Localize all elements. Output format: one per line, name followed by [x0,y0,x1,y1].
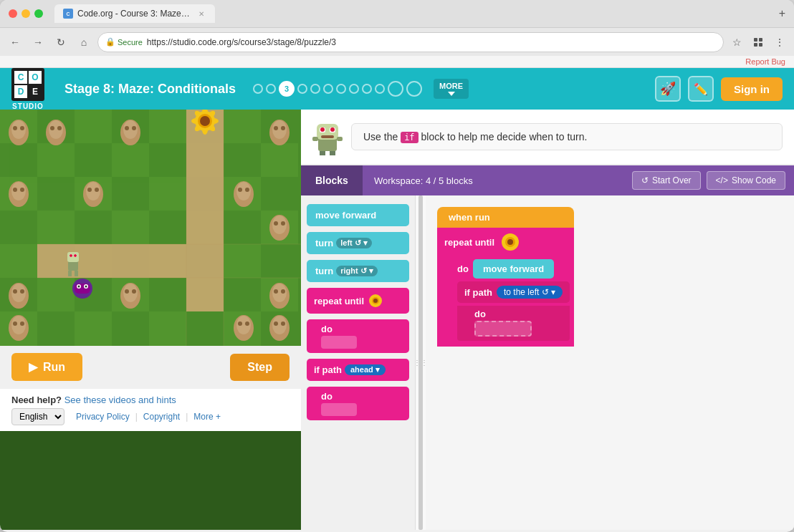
svg-rect-36 [186,143,224,177]
dot-9[interactable] [362,84,372,94]
svg-rect-69 [75,271,78,276]
dot-1[interactable] [253,84,263,94]
left-dropdown[interactable]: left ↺ ▾ [336,238,372,248]
dot-10[interactable] [375,84,385,94]
dot-5[interactable] [310,84,320,94]
lock-icon: 🔒 [105,37,115,47]
sunflower-icon [368,294,383,308]
path-direction-dropdown[interactable]: to the left ↺ ▾ [497,286,563,299]
svg-rect-142 [330,151,335,155]
forward-button[interactable]: → [29,33,47,52]
svg-rect-44 [186,278,224,311]
new-tab-button[interactable]: + [779,7,785,20]
svg-rect-139 [312,137,318,141]
svg-point-111 [20,289,24,294]
turn-right-block[interactable]: turn right ↺ ▾ [307,260,409,282]
svg-point-99 [95,188,99,192]
more-chevron-icon [448,92,455,96]
separator-2: | [186,412,188,422]
dot-11[interactable] [388,81,403,97]
do-block: do [307,319,409,353]
more-button[interactable]: MORE [434,79,469,99]
svg-point-114 [125,289,129,294]
show-code-button[interactable]: </> Show Code [707,171,785,190]
ahead-dropdown[interactable]: ahead ▾ [345,364,386,375]
svg-rect-2 [754,38,757,42]
inner-do-slot[interactable] [474,321,532,337]
maximize-button[interactable] [34,9,43,18]
svg-point-98 [87,188,92,192]
browser-tab[interactable]: C Code.org - Course 3: Maze: C... ✕ [54,4,215,23]
minimize-button[interactable] [21,9,30,18]
privacy-policy-link[interactable]: Privacy Policy [76,412,130,422]
help-text: See these videos and hints [64,395,176,405]
if-path-workspace: if path to the left ↺ ▾ [457,281,570,303]
address-bar[interactable]: 🔒 Secure https://studio.code.org/s/cours… [97,32,724,52]
home-button[interactable]: ⌂ [75,33,93,52]
move-forward-block[interactable]: move forward [307,204,409,226]
dot-6[interactable] [323,84,333,94]
right-dropdown[interactable]: right ↺ ▾ [336,266,378,276]
svg-point-130 [238,321,242,326]
refresh-button[interactable]: ↻ [52,33,70,52]
close-button[interactable] [9,9,17,18]
instruction-text: Use the if block to help me decide when … [351,123,783,150]
dot-8[interactable] [349,84,359,94]
tab-favicon: C [63,9,73,19]
app-header: C O D E STUDIO Stage 8: Maze: Conditiona… [0,68,794,110]
bookmark-button[interactable]: ☆ [728,34,745,51]
do-slot[interactable] [321,336,357,349]
if-path-block[interactable]: if path ahead ▾ [307,359,409,381]
signin-button[interactable]: Sign in [721,77,783,101]
edit-button[interactable]: ✏️ [688,76,714,102]
language-selector[interactable]: English [11,408,64,425]
more-label: MORE [439,82,463,90]
step-button[interactable]: Step [230,354,290,381]
svg-point-79 [20,126,24,130]
start-over-button[interactable]: ↺ Start Over [632,171,701,190]
move-forward-workspace: move forward [473,259,554,279]
dot-4[interactable] [297,84,307,94]
svg-point-78 [13,126,17,130]
svg-point-86 [125,126,129,130]
tab-close-button[interactable]: ✕ [196,9,206,19]
dot-12[interactable] [406,81,422,97]
if-do-slot[interactable] [321,403,357,416]
dot-7[interactable] [336,84,346,94]
svg-point-137 [330,127,335,132]
repeat-until-block[interactable]: repeat until [307,288,409,314]
svg-rect-37 [186,177,224,211]
report-bug-link[interactable]: Report Bug [745,57,785,66]
dot-3-current[interactable]: 3 [279,81,295,97]
more-footer-link[interactable]: More + [193,412,221,422]
stage-title: Stage 8: Maze: Conditionals [64,82,236,97]
back-button[interactable]: ← [6,33,24,52]
extensions-button[interactable] [750,34,767,51]
copyright-link[interactable]: Copyright [143,412,180,422]
repeat-sunflower-icon [500,232,520,252]
instruction-after: block to help me decide when to turn. [421,131,587,142]
workspace-bar: Blocks Workspace: 4 / 5 blocks ↺ Start O… [301,165,794,195]
svg-rect-63 [67,252,79,262]
svg-rect-141 [320,151,325,155]
play-icon: ▶ [29,360,37,374]
do-move-row: do move forward [457,259,570,279]
workspace-canvas[interactable]: when run repeat until [426,195,794,530]
svg-rect-43 [186,244,224,278]
dot-2[interactable] [266,84,276,94]
repeat-until-workspace: repeat until [437,228,574,256]
svg-point-136 [320,127,325,132]
drag-handle[interactable]: ⋮⋮ [418,195,423,530]
svg-rect-8 [75,110,112,143]
instruction-before: Use the [363,131,401,142]
turn-left-block[interactable]: turn left ↺ ▾ [307,232,409,254]
run-button[interactable]: ▶ Run [11,353,82,381]
blocks-tab[interactable]: Blocks [301,165,363,195]
svg-rect-138 [321,135,334,138]
game-controls: ▶ Run Step [0,346,301,388]
svg-point-126 [13,321,17,326]
browser-menu-button[interactable]: ⋮ [771,34,788,51]
rocket-button[interactable]: 🚀 [655,76,681,102]
svg-point-90 [274,126,278,130]
program-container: when run repeat until [437,207,574,347]
